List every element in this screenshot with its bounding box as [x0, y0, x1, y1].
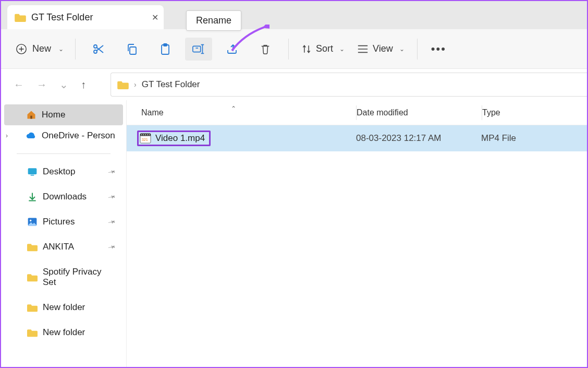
- file-date: 08-03-2023 12:17 AM: [356, 133, 481, 144]
- new-button[interactable]: New ⌄: [10, 40, 69, 58]
- sidebar-item-label: New folder: [43, 302, 85, 313]
- copy-icon: [126, 43, 138, 55]
- toolbar: New ⌄ Sort ⌄ View ⌄ •••: [1, 29, 587, 69]
- svg-rect-3: [130, 47, 136, 54]
- svg-point-11: [30, 220, 31, 221]
- view-label: View: [373, 43, 393, 54]
- svg-rect-7: [30, 116, 32, 119]
- svg-point-14: [141, 134, 142, 135]
- navigation-row: ← → ⌄ ↑ › GT Test Folder: [1, 69, 587, 100]
- pin-icon: 📌︎: [107, 191, 118, 202]
- sidebar-home[interactable]: Home: [4, 104, 123, 125]
- share-button[interactable]: [218, 38, 246, 61]
- toolbar-separator: [288, 39, 289, 60]
- clipboard-icon: [159, 43, 172, 55]
- pin-icon: 📌︎: [107, 166, 118, 177]
- sidebar-item[interactable]: New folder: [4, 297, 123, 318]
- folder-icon: [27, 327, 38, 338]
- column-type-label: Type: [482, 108, 500, 117]
- folder-icon: [27, 302, 38, 313]
- svg-rect-9: [31, 175, 34, 176]
- sort-icon: [301, 44, 312, 54]
- pin-icon: 📌︎: [107, 216, 118, 227]
- pin-icon: 📌︎: [107, 241, 118, 252]
- delete-button[interactable]: [252, 38, 279, 61]
- sidebar-item-label: New folder: [43, 327, 85, 338]
- sidebar-item[interactable]: New folder: [4, 322, 123, 343]
- address-bar[interactable]: › GT Test Folder: [111, 73, 587, 97]
- plus-circle-icon: [16, 43, 27, 55]
- folder-icon: [27, 242, 38, 252]
- folder-icon: [27, 272, 38, 282]
- toolbar-separator: [417, 39, 418, 60]
- rename-tooltip: Rename: [186, 10, 241, 31]
- file-row[interactable]: 321 Video 1.mp4 08-03-2023 12:17 AM MP4 …: [127, 125, 587, 151]
- sidebar-item-label: Downloads: [43, 192, 87, 202]
- sidebar-item[interactable]: Pictures 📌︎: [4, 211, 123, 232]
- downloads-icon: [27, 192, 38, 202]
- sidebar-divider: [17, 153, 111, 154]
- chevron-down-icon: ⌄: [399, 45, 405, 53]
- sort-indicator-icon: ⌃: [231, 105, 236, 112]
- column-name-label: Name: [141, 108, 164, 117]
- rename-icon: [192, 43, 205, 55]
- back-button[interactable]: ←: [14, 79, 24, 91]
- column-headers: Name ⌃ Date modified Type: [127, 100, 587, 125]
- folder-icon: [117, 80, 129, 89]
- svg-rect-8: [28, 168, 37, 174]
- sidebar-item-label: ANKITA: [43, 242, 74, 252]
- toolbar-separator: [75, 39, 76, 60]
- share-icon: [226, 43, 238, 55]
- column-name[interactable]: Name ⌃: [127, 108, 356, 117]
- scissors-icon: [92, 43, 105, 55]
- forward-button[interactable]: →: [36, 79, 47, 91]
- cloud-icon: [26, 130, 36, 141]
- sort-label: Sort: [316, 43, 333, 54]
- sidebar-item[interactable]: Desktop 📌︎: [4, 161, 123, 182]
- window-tab[interactable]: GT Test Folder ✕: [7, 5, 164, 29]
- sidebar-item[interactable]: Spotify Privacy Set: [4, 262, 123, 293]
- sort-button[interactable]: Sort ⌄: [295, 40, 351, 57]
- home-icon: [26, 110, 36, 120]
- close-tab-icon[interactable]: ✕: [152, 13, 158, 22]
- tab-title: GT Test Folder: [31, 12, 93, 23]
- paste-button[interactable]: [152, 38, 179, 61]
- sidebar-item[interactable]: ANKITA 📌︎: [4, 236, 123, 257]
- column-date[interactable]: Date modified: [357, 108, 482, 117]
- svg-point-18: [149, 134, 150, 135]
- expand-icon[interactable]: ›: [3, 132, 10, 139]
- column-date-label: Date modified: [357, 108, 408, 117]
- copy-button[interactable]: [118, 38, 145, 61]
- sidebar-item-label: OneDrive - Person: [42, 130, 115, 141]
- file-type: MP4 File: [481, 133, 587, 144]
- rename-button[interactable]: [185, 38, 212, 61]
- sidebar-item[interactable]: Downloads 📌︎: [4, 186, 123, 207]
- more-button[interactable]: •••: [424, 42, 454, 56]
- filename-highlight: 321 Video 1.mp4: [137, 130, 211, 146]
- up-button[interactable]: ↑: [81, 79, 86, 91]
- svg-point-16: [145, 134, 146, 135]
- trash-icon: [260, 43, 271, 55]
- sidebar-onedrive[interactable]: › OneDrive - Person: [4, 125, 123, 146]
- folder-icon: [15, 13, 26, 22]
- svg-text:321: 321: [142, 137, 148, 142]
- sidebar: Home › OneDrive - Person Desktop 📌︎ Down…: [1, 100, 126, 367]
- new-label: New: [32, 43, 51, 54]
- svg-point-2: [94, 50, 97, 53]
- sidebar-item-label: Pictures: [43, 217, 75, 227]
- svg-rect-6: [193, 46, 201, 52]
- breadcrumb-current[interactable]: GT Test Folder: [142, 79, 200, 90]
- recent-dropdown[interactable]: ⌄: [59, 78, 68, 91]
- svg-point-17: [147, 134, 148, 135]
- column-type[interactable]: Type: [482, 108, 587, 117]
- chevron-down-icon: ⌄: [339, 45, 345, 53]
- sidebar-item-label: Spotify Privacy Set: [43, 267, 117, 288]
- video-file-icon: 321: [140, 133, 151, 144]
- sidebar-item-label: Desktop: [43, 167, 75, 177]
- view-icon: [357, 44, 369, 54]
- sidebar-item-label: Home: [42, 110, 65, 120]
- file-name: Video 1.mp4: [155, 133, 205, 144]
- cut-button[interactable]: [85, 38, 112, 61]
- view-button[interactable]: View ⌄: [351, 40, 411, 57]
- chevron-down-icon: ⌄: [58, 45, 64, 53]
